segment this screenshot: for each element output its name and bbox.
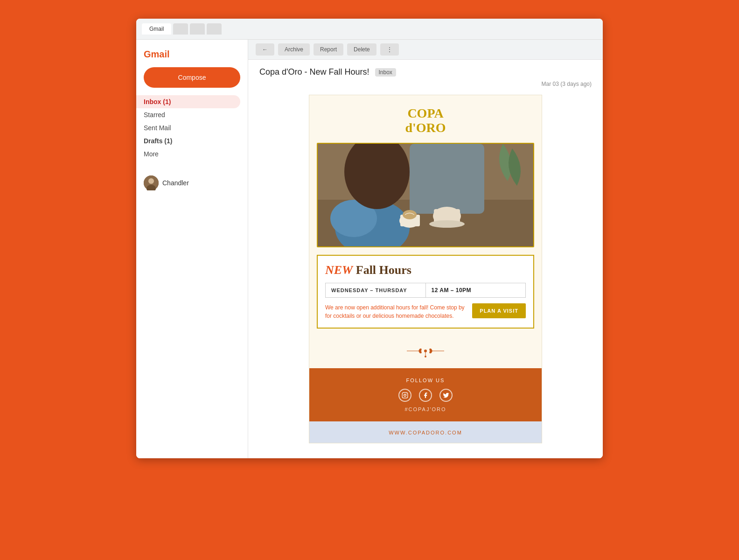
logo-copa: COPA bbox=[317, 106, 534, 121]
sidebar: Gmail Compose Inbox (1) Starred Sent Mai… bbox=[136, 40, 248, 458]
svg-point-17 bbox=[424, 350, 427, 352]
new-fall-hours-title: NEW Fall Hours bbox=[325, 263, 526, 277]
svg-point-14 bbox=[429, 220, 465, 228]
sidebar-item-sent[interactable]: Sent Mail bbox=[136, 121, 240, 134]
sidebar-item-drafts[interactable]: Drafts (1) bbox=[136, 134, 240, 147]
new-label: NEW bbox=[325, 263, 353, 277]
email-toolbar: ← Archive Report Delete ⋮ bbox=[248, 40, 603, 60]
sidebar-item-starred[interactable]: Starred bbox=[136, 108, 240, 121]
user-name-label: Chandler bbox=[162, 179, 189, 187]
browser-chrome: Gmail bbox=[136, 19, 603, 40]
report-button[interactable]: Report bbox=[314, 43, 343, 56]
card-header: COPA d'ORO bbox=[309, 95, 542, 143]
tab-1[interactable] bbox=[173, 23, 188, 35]
email-content-area: ← Archive Report Delete ⋮ Copa d'Oro - N… bbox=[248, 40, 603, 458]
gmail-logo[interactable]: Gmail bbox=[136, 45, 248, 67]
fall-hours-label: Fall Hours bbox=[356, 263, 411, 277]
hours-day: WEDNESDAY – THURSDAY bbox=[326, 283, 426, 297]
archive-button[interactable]: Archive bbox=[278, 43, 310, 56]
email-meta: Mar 03 (3 days ago) bbox=[248, 81, 603, 95]
card-bottom-row: We are now open additional hours for fal… bbox=[325, 303, 526, 320]
card-website: WWW.COPAdORO.COM bbox=[309, 421, 542, 443]
card-content: NEW Fall Hours WEDNESDAY – THURSDAY 12 A… bbox=[317, 255, 534, 329]
social-icons bbox=[317, 389, 534, 402]
tab-gmail[interactable]: Gmail bbox=[142, 23, 171, 35]
hero-image-container bbox=[317, 143, 534, 247]
tab-2[interactable] bbox=[190, 23, 205, 35]
instagram-icon[interactable] bbox=[398, 389, 411, 402]
svg-point-21 bbox=[404, 394, 406, 396]
sidebar-item-more[interactable]: More bbox=[136, 147, 240, 161]
svg-rect-8 bbox=[410, 144, 484, 214]
facebook-icon[interactable] bbox=[419, 389, 432, 402]
hours-time: 12 AM – 10PM bbox=[426, 283, 526, 297]
svg-point-13 bbox=[403, 210, 417, 219]
user-profile[interactable]: Chandler bbox=[136, 168, 248, 198]
avatar bbox=[144, 175, 159, 190]
twitter-icon[interactable] bbox=[439, 389, 453, 402]
email-card: COPA d'ORO bbox=[309, 95, 542, 443]
hero-image bbox=[318, 144, 533, 246]
follow-us-label: FOLLOW US bbox=[317, 378, 534, 383]
logo-doro: d'ORO bbox=[317, 121, 534, 135]
email-date: Mar 03 (3 days ago) bbox=[542, 81, 592, 87]
compose-button[interactable]: Compose bbox=[144, 67, 240, 88]
tab-bar: Gmail bbox=[142, 23, 597, 35]
delete-button[interactable]: Delete bbox=[347, 43, 376, 56]
email-body: COPA d'ORO bbox=[248, 95, 603, 458]
hashtag-label: #COPAJ'ORO bbox=[317, 406, 534, 412]
app-layout: Gmail Compose Inbox (1) Starred Sent Mai… bbox=[136, 40, 603, 458]
card-footer: FOLLOW US bbox=[309, 368, 542, 421]
brand-logo: COPA d'ORO bbox=[317, 106, 534, 135]
browser-window: Gmail Gmail Compose Inbox (1) Starred Se… bbox=[136, 19, 603, 458]
svg-point-1 bbox=[148, 178, 154, 184]
plan-visit-button[interactable]: PLAN A VISIT bbox=[472, 303, 526, 318]
more-button[interactable]: ⋮ bbox=[380, 43, 399, 56]
tab-3[interactable] bbox=[207, 23, 222, 35]
email-header: Copa d'Oro - New Fall Hours! Inbox bbox=[248, 60, 603, 81]
card-divider bbox=[309, 336, 542, 368]
sidebar-item-inbox[interactable]: Inbox (1) bbox=[136, 95, 240, 108]
back-button[interactable]: ← bbox=[256, 43, 274, 56]
card-description: We are now open additional hours for fal… bbox=[325, 303, 467, 320]
svg-rect-20 bbox=[402, 392, 408, 398]
email-subject: Copa d'Oro - New Fall Hours! bbox=[259, 67, 370, 77]
svg-point-18 bbox=[425, 356, 426, 357]
svg-point-22 bbox=[406, 393, 407, 394]
inbox-badge: Inbox bbox=[375, 68, 396, 77]
hours-row: WEDNESDAY – THURSDAY 12 AM – 10PM bbox=[325, 283, 526, 298]
website-link[interactable]: WWW.COPAdORO.COM bbox=[389, 430, 462, 435]
